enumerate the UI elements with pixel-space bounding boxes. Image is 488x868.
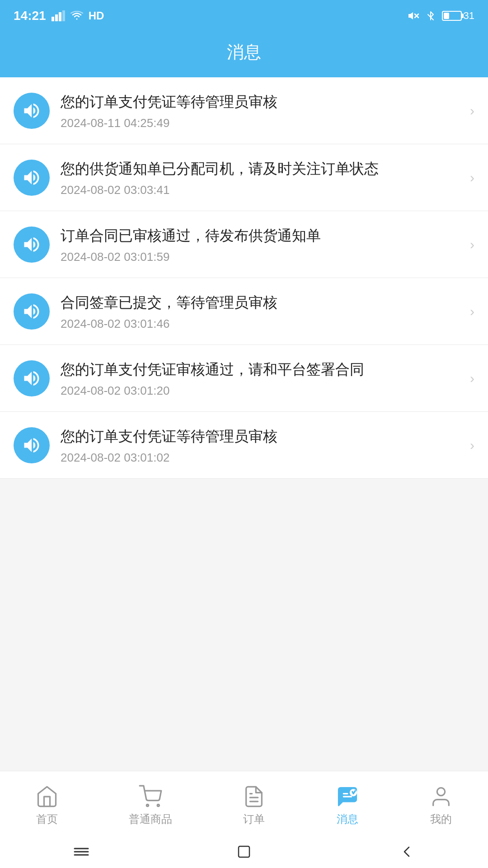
nav-item-home[interactable]: 首页 [26,780,68,831]
message-arrow-2: › [470,170,474,185]
svg-point-6 [146,804,148,806]
mute-icon [407,10,419,21]
nav-item-messages[interactable]: 消息 [327,780,368,831]
message-arrow-3: › [470,237,474,252]
nav-item-orders[interactable]: 订单 [233,780,275,831]
products-icon [139,785,162,808]
battery-level: 31 [464,10,474,22]
svg-rect-0 [52,17,54,21]
message-title-1: 您的订单支付凭证等待管理员审核 [61,91,463,113]
message-content-2: 您的供货通知单已分配司机，请及时关注订单状态 2024-08-02 03:03:… [61,158,463,197]
svg-rect-1 [55,14,58,21]
orders-icon [242,785,266,808]
speaker-icon [22,101,42,121]
status-bar-left: 14:21 HD [14,9,104,23]
message-item-3[interactable]: 订单合同已审核通过，待发布供货通知单 2024-08-02 03:01:59 › [0,211,488,278]
message-icon-2 [14,160,50,196]
message-content-4: 合同签章已提交，等待管理员审核 2024-08-02 03:01:46 [61,292,463,331]
message-icon-1 [14,93,50,129]
page-header: 消息 [0,32,488,77]
nav-item-profile[interactable]: 我的 [420,780,462,831]
battery-indicator: 31 [442,10,474,22]
speaker-icon [22,168,42,188]
message-time-6: 2024-08-02 03:01:02 [61,451,463,465]
message-list: 您的订单支付凭证等待管理员审核 2024-08-11 04:25:49 › 您的… [0,77,488,479]
message-title-4: 合同签章已提交，等待管理员审核 [61,292,463,313]
time-display: 14:21 [14,9,46,23]
nav-home-button[interactable] [235,843,253,861]
hd-badge: HD [89,9,104,22]
page-title: 消息 [227,42,261,61]
nav-menu-button[interactable] [72,843,90,861]
nav-label-messages: 消息 [337,812,358,826]
nav-label-products: 普通商品 [129,812,172,826]
message-title-3: 订单合同已审核通过，待发布供货通知单 [61,225,463,246]
nav-item-products[interactable]: 普通商品 [120,780,181,831]
nav-label-home: 首页 [36,812,58,826]
svg-rect-3 [62,10,65,21]
message-item-5[interactable]: 您的订单支付凭证审核通过，请和平台签署合同 2024-08-02 03:01:2… [0,345,488,412]
profile-icon [429,785,453,808]
message-time-4: 2024-08-02 03:01:46 [61,317,463,331]
message-item-6[interactable]: 您的订单支付凭证等待管理员审核 2024-08-02 03:01:02 › [0,412,488,479]
nav-label-orders: 订单 [243,812,265,826]
speaker-icon [22,235,42,255]
message-arrow-1: › [470,103,474,118]
message-content-6: 您的订单支付凭证等待管理员审核 2024-08-02 03:01:02 [61,425,463,465]
nav-back-button[interactable] [398,843,416,861]
svg-point-7 [157,804,159,806]
message-item-4[interactable]: 合同签章已提交，等待管理员审核 2024-08-02 03:01:46 › [0,278,488,345]
message-icon-3 [14,226,50,263]
svg-rect-18 [239,846,249,857]
message-arrow-4: › [470,304,474,319]
message-icon-5 [14,360,50,396]
message-icon-6 [14,427,50,463]
wifi-icon [70,11,83,21]
message-content-3: 订单合同已审核通过，待发布供货通知单 2024-08-02 03:01:59 [61,225,463,264]
message-icon-4 [14,293,50,330]
message-arrow-5: › [470,371,474,386]
message-content-5: 您的订单支付凭证审核通过，请和平台签署合同 2024-08-02 03:01:2… [61,359,463,398]
speaker-icon [22,435,42,455]
speaker-icon [22,368,42,388]
bluetooth-icon [426,11,436,21]
signal-icon [52,10,65,21]
svg-rect-2 [59,12,61,21]
messages-icon [336,785,359,808]
message-title-5: 您的订单支付凭证审核通过，请和平台签署合同 [61,359,463,380]
message-item-1[interactable]: 您的订单支付凭证等待管理员审核 2024-08-11 04:25:49 › [0,77,488,144]
message-time-2: 2024-08-02 03:03:41 [61,183,463,197]
nav-label-profile: 我的 [430,812,452,826]
message-time-5: 2024-08-02 03:01:20 [61,384,463,398]
status-bar: 14:21 HD 31 [0,0,488,32]
message-title-2: 您的供货通知单已分配司机，请及时关注订单状态 [61,158,463,179]
message-time-1: 2024-08-11 04:25:49 [61,116,463,130]
message-content-1: 您的订单支付凭证等待管理员审核 2024-08-11 04:25:49 [61,91,463,130]
message-title-6: 您的订单支付凭证等待管理员审核 [61,425,463,447]
message-item-2[interactable]: 您的供货通知单已分配司机，请及时关注订单状态 2024-08-02 03:03:… [0,144,488,211]
svg-point-14 [437,788,445,796]
bottom-navigation: 首页 普通商品 订单 [0,771,488,868]
status-bar-right: 31 [407,10,474,22]
speaker-icon [22,302,42,321]
system-navigation [0,835,488,868]
message-arrow-6: › [470,438,474,453]
message-time-3: 2024-08-02 03:01:59 [61,250,463,264]
home-icon [35,785,59,808]
